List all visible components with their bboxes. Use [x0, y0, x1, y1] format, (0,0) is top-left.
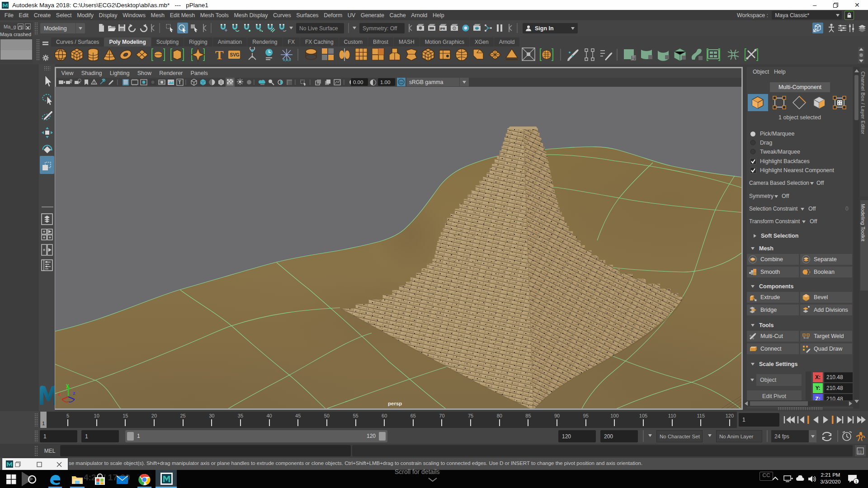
svg-text:x: x — [58, 391, 61, 397]
svg-text:SVG: SVG — [230, 52, 240, 57]
svg-text:persp: persp — [388, 401, 402, 406]
svg-text:{;}: {;} — [858, 449, 862, 453]
svg-text:1: 1 — [855, 479, 858, 484]
svg-text:z: z — [73, 390, 75, 396]
svg-text:ON: ON — [399, 81, 403, 84]
svg-text:0,0,0: 0,0,0 — [283, 58, 291, 62]
svg-text:T: T — [178, 80, 181, 85]
svg-text:T: T — [215, 48, 224, 62]
svg-text:IPR: IPR — [440, 27, 445, 30]
svg-text:y: y — [66, 382, 69, 388]
